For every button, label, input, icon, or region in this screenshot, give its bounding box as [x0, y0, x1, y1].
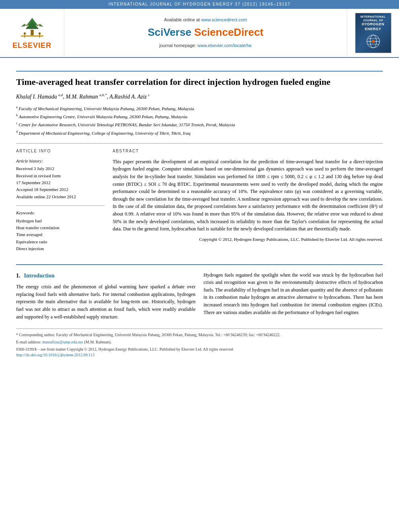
- keywords-section: Keywords: Hydrogen fuel Heat transfer co…: [16, 210, 105, 252]
- footer-issn: 0360-3199/$ – see front matter Copyright…: [16, 347, 383, 352]
- email-link[interactable]: mustafizur@ump.edu.my: [42, 340, 83, 344]
- footer: * Corresponding author. Faculty of Mecha…: [16, 329, 383, 363]
- journal-cover-image: international Journal of HYDROGEN ENERGY: [355, 13, 391, 53]
- introduction-text-left: The energy crisis and the phenomenon of …: [16, 283, 195, 320]
- svg-point-8: [23, 33, 26, 35]
- section-divider: [16, 264, 383, 265]
- keyword-5: Direct injection: [16, 246, 105, 252]
- article-info-header: ARTICLE INFO: [16, 148, 105, 155]
- journal-header-bar: INTERNATIONAL JOURNAL OF HYDROGEN ENERGY…: [0, 0, 399, 9]
- section-title: Introduction: [24, 273, 55, 279]
- globe-icon: [365, 33, 381, 49]
- abstract-text: This paper presents the development of a…: [113, 158, 383, 243]
- page-header: ELSEVIER Available online at www.science…: [0, 9, 399, 58]
- keywords-label: Keywords:: [16, 210, 105, 216]
- doi-link[interactable]: http://dx.doi.org/10.1016/j.ijhydene.201…: [16, 353, 95, 357]
- divider: [16, 205, 105, 206]
- article-title: Time-averaged heat transfer correlation …: [16, 71, 383, 88]
- available-online-text: Available online at www.sciencedirect.co…: [164, 17, 247, 23]
- keyword-4: Equivalence ratio: [16, 239, 105, 245]
- elsevier-logo: ELSEVIER: [12, 15, 51, 51]
- article-info-panel: ARTICLE INFO Article history: Received 3…: [16, 148, 105, 258]
- copyright-text: Copyright © 2012, Hydrogen Energy Public…: [113, 236, 383, 243]
- abstract-section: ABSTRACT This paper presents the develop…: [113, 148, 383, 258]
- keyword-3: Time averaged: [16, 232, 105, 238]
- history-item-2: Received in revised form: [16, 173, 105, 179]
- journal-url[interactable]: www.elsevier.com/locate/he: [197, 43, 252, 48]
- sciverse-logo: SciVerse ScienceDirect: [148, 25, 263, 39]
- abstract-header: ABSTRACT: [113, 148, 383, 154]
- history-item-4: Accepted 18 September 2012: [16, 187, 105, 193]
- abstract-body: This paper presents the development of a…: [113, 158, 383, 233]
- keyword-1: Hydrogen fuel: [16, 218, 105, 224]
- journal-homepage: journal homepage: www.elsevier.com/locat…: [159, 43, 251, 49]
- keyword-2: Heat transfer correlation: [16, 225, 105, 231]
- history-item-1: Received 3 July 2012: [16, 166, 105, 172]
- introduction-left-col: 1. Introduction The energy crisis and th…: [16, 271, 195, 321]
- article-info-abstract: ARTICLE INFO Article history: Received 3…: [16, 143, 383, 258]
- keywords-list: Hydrogen fuel Heat transfer correlation …: [16, 218, 105, 252]
- sciencedirect-section: Available online at www.sciencedirect.co…: [64, 9, 347, 57]
- sciencedirect-url[interactable]: www.sciencedirect.com: [201, 17, 247, 22]
- email-note: E-mail address: mustafizur@ump.edu.my (M…: [16, 339, 383, 345]
- elsevier-name: ELSEVIER: [12, 41, 51, 51]
- svg-rect-1: [31, 30, 33, 35]
- affiliations: a Faculty of Mechanical Engineering, Uni…: [16, 105, 383, 137]
- svg-rect-0: [21, 35, 43, 37]
- elsevier-logo-section: ELSEVIER: [0, 9, 64, 57]
- journal-header-text: INTERNATIONAL JOURNAL OF HYDROGEN ENERGY…: [109, 2, 291, 6]
- introduction-right-col: Hydrogen fuels regained the spotlight wh…: [204, 271, 383, 321]
- main-content: Time-averaged heat transfer correlation …: [0, 58, 399, 320]
- authors: Khalaf I. Hamada a,d, M.M. Rahman a,b,*,…: [16, 93, 383, 101]
- history-item-5: Available online 22 October 2012: [16, 194, 105, 200]
- svg-point-17: [372, 40, 375, 43]
- introduction-text-right: Hydrogen fuels regained the spotlight wh…: [204, 271, 383, 316]
- introduction-section: 1. Introduction The energy crisis and th…: [16, 271, 383, 321]
- svg-point-10: [38, 33, 41, 35]
- article-history-section: ARTICLE INFO Article history: Received 3…: [16, 148, 105, 200]
- footer-doi: http://dx.doi.org/10.1016/j.ijhydene.201…: [16, 352, 383, 358]
- article-history-label: Article history:: [16, 158, 105, 164]
- corresponding-note: * Corresponding author. Faculty of Mecha…: [16, 332, 383, 338]
- elsevier-tree-icon: [16, 15, 48, 39]
- history-item-3: 17 September 2012: [16, 180, 105, 186]
- journal-cover-section: international Journal of HYDROGEN ENERGY: [347, 9, 399, 57]
- section-number: 1.: [16, 273, 21, 279]
